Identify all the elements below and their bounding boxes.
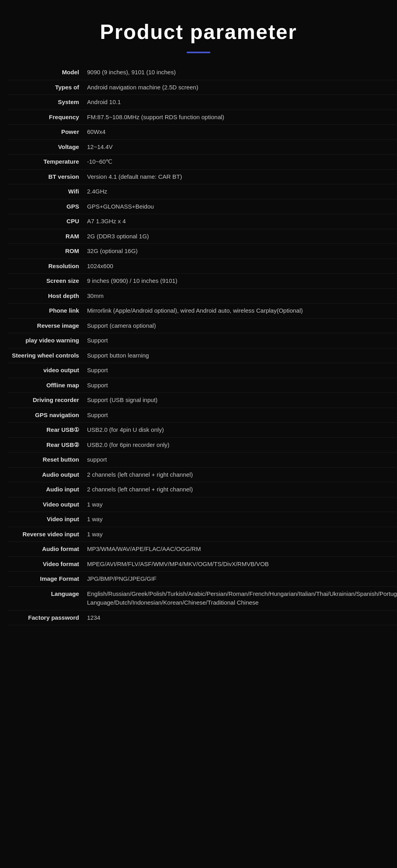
param-label: video output	[8, 363, 83, 378]
param-label: Driving recorder	[8, 393, 83, 408]
param-label: Types of	[8, 80, 83, 95]
param-value: -10~60℃	[83, 155, 397, 170]
param-value: Support button learning	[83, 348, 397, 363]
table-row: Screen size9 inches (9090) / 10 inches (…	[8, 274, 397, 289]
param-label: Host depth	[8, 288, 83, 304]
param-label: ROM	[8, 244, 83, 259]
param-label: Voltage	[8, 139, 83, 155]
param-value: 9 inches (9090) / 10 inches (9101)	[83, 274, 397, 289]
param-label: Rear USB①	[8, 423, 83, 438]
param-value: Support	[83, 363, 397, 378]
param-label: Reverse image	[8, 318, 83, 333]
table-row: Rear USB①USB2.0 (for 4pin U disk only)	[8, 423, 397, 438]
param-label: Offline map	[8, 378, 83, 393]
param-label: Factory password	[8, 610, 83, 625]
table-row: Reset buttonsupport	[8, 452, 397, 468]
table-row: CPUA7 1.3GHz x 4	[8, 214, 397, 229]
table-row: Steering wheel controlsSupport button le…	[8, 348, 397, 363]
page-title: Product parameter	[8, 8, 389, 52]
param-label: Language	[8, 586, 83, 610]
table-row: Offline mapSupport	[8, 378, 397, 393]
params-table: Model9090 (9 inches), 9101 (10 inches)Ty…	[8, 65, 397, 625]
param-value: 1 way	[83, 527, 397, 542]
table-row: Audio input2 channels (left channel + ri…	[8, 482, 397, 497]
table-row: Host depth30mm	[8, 288, 397, 304]
table-row: Power60Wx4	[8, 125, 397, 140]
param-value: Android navigation machine (2.5D screen)	[83, 80, 397, 95]
table-row: Phone linkMirrorlink (Apple/Android opti…	[8, 304, 397, 319]
table-row: Video output1 way	[8, 497, 397, 512]
param-label: Reverse video input	[8, 527, 83, 542]
param-value: USB2.0 (for 4pin U disk only)	[83, 423, 397, 438]
param-label: Image Format	[8, 572, 83, 587]
table-row: play video warningSupport	[8, 333, 397, 348]
table-row: Video formatMPEG/AVI/RM/FLV/ASF/WMV/MP4/…	[8, 557, 397, 572]
param-label: Audio input	[8, 482, 83, 497]
table-row: Temperature-10~60℃	[8, 155, 397, 170]
table-row: Audio formatMP3/WMA/WAV/APE/FLAC/AAC/OGG…	[8, 542, 397, 557]
table-row: Image FormatJPG/BMP/PNG/JPEG/GIF	[8, 572, 397, 587]
param-label: Rear USB②	[8, 437, 83, 452]
title-underline-container	[8, 52, 389, 53]
param-value: 1024x600	[83, 259, 397, 274]
table-row: Wifi2.4GHz	[8, 184, 397, 199]
param-value: 12~14.4V	[83, 139, 397, 155]
table-row: Audio output2 channels (left channel + r…	[8, 467, 397, 482]
table-row: Voltage12~14.4V	[8, 139, 397, 155]
param-label: Steering wheel controls	[8, 348, 83, 363]
table-row: Rear USB②USB2.0 (for 6pin recorder only)	[8, 437, 397, 452]
table-row: SystemAndroid 10.1	[8, 95, 397, 110]
param-label: System	[8, 95, 83, 110]
table-row: BT versionVersion 4.1 (default name: CAR…	[8, 169, 397, 184]
param-value: 2 channels (left channel + right channel…	[83, 467, 397, 482]
param-value: Version 4.1 (default name: CAR BT)	[83, 169, 397, 184]
title-underline-bar	[187, 52, 210, 53]
table-row: Factory password1234	[8, 610, 397, 625]
param-value: JPG/BMP/PNG/JPEG/GIF	[83, 572, 397, 587]
table-row: LanguageEnglish/Russian/Greek/Polish/Tur…	[8, 586, 397, 610]
param-label: Screen size	[8, 274, 83, 289]
param-value: 30mm	[83, 288, 397, 304]
param-label: Temperature	[8, 155, 83, 170]
table-row: Resolution1024x600	[8, 259, 397, 274]
param-label: RAM	[8, 229, 83, 244]
param-label: Power	[8, 125, 83, 140]
param-value: MP3/WMA/WAV/APE/FLAC/AAC/OGG/RM	[83, 542, 397, 557]
param-value: FM:87.5~108.0MHz (support RDS function o…	[83, 110, 397, 125]
param-value: support	[83, 452, 397, 468]
param-label: Resolution	[8, 259, 83, 274]
param-value: Support (USB signal input)	[83, 393, 397, 408]
param-label: Video input	[8, 512, 83, 527]
table-row: Types ofAndroid navigation machine (2.5D…	[8, 80, 397, 95]
param-label: Wifi	[8, 184, 83, 199]
param-label: BT version	[8, 169, 83, 184]
table-row: GPS navigationSupport	[8, 408, 397, 423]
param-label: Video format	[8, 557, 83, 572]
param-value: Support	[83, 333, 397, 348]
table-row: Video input1 way	[8, 512, 397, 527]
param-value: 2.4GHz	[83, 184, 397, 199]
param-value: 2 channels (left channel + right channel…	[83, 482, 397, 497]
table-row: video outputSupport	[8, 363, 397, 378]
param-label: Reset button	[8, 452, 83, 468]
param-value: Mirrorlink (Apple/Android optional), wir…	[83, 304, 397, 319]
param-value: Support (camera optional)	[83, 318, 397, 333]
param-value: 9090 (9 inches), 9101 (10 inches)	[83, 65, 397, 80]
param-value: 1 way	[83, 512, 397, 527]
param-value: USB2.0 (for 6pin recorder only)	[83, 437, 397, 452]
table-row: GPSGPS+GLONASS+Beidou	[8, 199, 397, 214]
param-label: Audio format	[8, 542, 83, 557]
param-value: Support	[83, 378, 397, 393]
param-label: GPS	[8, 199, 83, 214]
table-row: Reverse imageSupport (camera optional)	[8, 318, 397, 333]
param-label: CPU	[8, 214, 83, 229]
table-row: ROM32G (optional 16G)	[8, 244, 397, 259]
page-container: Product parameter Model9090 (9 inches), …	[0, 0, 397, 641]
param-value: 1 way	[83, 497, 397, 512]
table-row: Driving recorderSupport (USB signal inpu…	[8, 393, 397, 408]
param-value: 1234	[83, 610, 397, 625]
param-value: Android 10.1	[83, 95, 397, 110]
param-label: play video warning	[8, 333, 83, 348]
param-value: 32G (optional 16G)	[83, 244, 397, 259]
param-label: GPS navigation	[8, 408, 83, 423]
